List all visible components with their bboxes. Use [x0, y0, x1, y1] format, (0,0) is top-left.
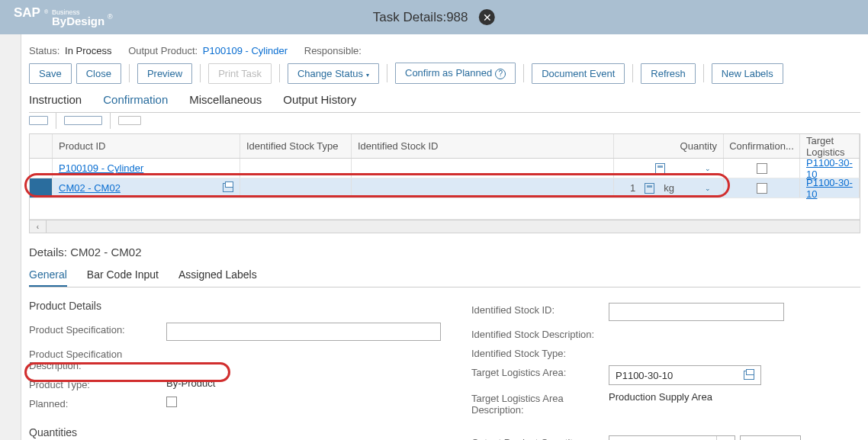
label-product-type: Product Type: [29, 377, 166, 390]
input-stock-id[interactable] [609, 303, 784, 321]
main-tabs: Instruction Confirmation Miscellaneous O… [29, 92, 860, 113]
label-stock-type: Identified Stock Type: [471, 346, 609, 359]
input-target-logistics-area[interactable]: P1100-30-10 [609, 365, 761, 385]
confirm-planned-label: Confirm as Planned [405, 67, 492, 79]
products-table: Product ID Identified Stock Type Identif… [29, 133, 860, 233]
input-product-spec[interactable] [166, 323, 441, 341]
tab-miscellaneous[interactable]: Miscellaneous [189, 92, 262, 108]
col-confirmation[interactable]: Confirmation... [724, 134, 800, 158]
product-link[interactable]: CM02 - CM02 [59, 182, 121, 194]
preview-button[interactable]: Preview [137, 63, 192, 84]
select-unit[interactable]: kg ⌄ [740, 435, 801, 440]
value-tla-desc: Production Supply Area [609, 391, 860, 403]
change-status-label: Change Status [297, 68, 363, 79]
label-stock-desc: Identified Stock Description: [471, 327, 609, 340]
tab-confirmation[interactable]: Confirmation [103, 92, 168, 108]
col-stock-id[interactable]: Identified Stock ID [352, 134, 614, 158]
new-labels-button[interactable]: New Labels [712, 63, 783, 84]
table-row[interactable]: CM02 - CM02 1 kg ⌄ [30, 178, 860, 198]
status-row: Status: In Process Output Product: P1001… [29, 34, 860, 63]
document-event-button[interactable]: Document Event [532, 63, 625, 84]
label-product-spec: Product Specification: [29, 323, 166, 336]
cell-stock-type [240, 159, 352, 178]
row-selector[interactable] [30, 159, 53, 178]
open-icon[interactable] [744, 371, 754, 380]
label-tla: Target Logistics Area: [471, 365, 609, 378]
output-product-label: Output Product: [128, 45, 198, 56]
scroll-left-icon[interactable]: ‹ [30, 220, 47, 233]
table-row[interactable]: P100109 - Cylinder ⌄ P11 [30, 159, 860, 178]
save-button[interactable]: Save [29, 63, 72, 84]
close-icon[interactable]: ✕ [479, 9, 495, 25]
output-product-link[interactable]: P100109 - Cylinder [203, 45, 288, 56]
label-planned: Planned: [29, 397, 166, 409]
row-selector[interactable] [30, 178, 53, 198]
calculator-icon[interactable] [655, 163, 665, 174]
col-product-id[interactable]: Product ID [53, 134, 240, 158]
tab-output-history[interactable]: Output History [283, 92, 356, 108]
label-output-qty: Output Product Quantity: [471, 435, 609, 440]
col-target[interactable]: Target Logistics [800, 134, 860, 158]
svg-text:SAP: SAP [14, 6, 40, 20]
section-quantities: Quantities [29, 426, 441, 438]
toolbar-divider [200, 64, 201, 82]
toolbar-divider [279, 64, 280, 82]
cell-target: P1100-30-10 [800, 159, 860, 178]
status-label: Status: [29, 45, 59, 56]
cell-quantity: ⌄ [614, 159, 724, 178]
help-icon: ? [495, 69, 506, 79]
page-title: Task Details:988 ✕ [373, 9, 495, 25]
tab-instruction[interactable]: Instruction [29, 92, 82, 108]
checkbox[interactable] [757, 183, 767, 194]
print-task-button: Print Task [208, 63, 272, 84]
checkbox[interactable] [757, 163, 767, 174]
toolbar-divider [387, 64, 387, 82]
cell-product-id: P100109 - Cylinder [53, 159, 240, 178]
sub-toolbar [29, 112, 860, 133]
qty-num: 1 [609, 436, 716, 440]
checkbox-planned[interactable] [166, 397, 177, 407]
tla-value: P1100-30-10 [616, 370, 673, 381]
sap-logo: SAP ® Business ByDesign ® [14, 6, 127, 29]
open-icon[interactable] [223, 183, 233, 192]
details-grid: Product Details Product Specification: P… [29, 300, 860, 440]
table-scrollbar[interactable]: ‹ [30, 220, 860, 233]
confirm-planned-button[interactable]: Confirm as Planned? [395, 63, 516, 84]
target-link[interactable]: P1100-30-10 [806, 177, 853, 200]
toolbar-divider [703, 64, 704, 82]
tab-barcode[interactable]: Bar Code Input [87, 266, 159, 287]
chevron-down-icon[interactable]: ⌄ [705, 165, 711, 172]
toolbar-divider [129, 64, 130, 82]
calculator-icon[interactable] [716, 436, 735, 440]
partial-button[interactable] [64, 116, 102, 125]
product-link[interactable]: P100109 - Cylinder [59, 162, 143, 174]
cell-product-id: CM02 - CM02 [53, 178, 240, 198]
chevron-down-icon: ▾ [366, 72, 369, 79]
partial-button[interactable] [29, 116, 48, 125]
value-product-type: By-Product [166, 377, 441, 389]
tab-assigned-labels[interactable]: Assigned Labels [178, 266, 257, 287]
details-tabs: General Bar Code Input Assigned Labels [29, 266, 860, 287]
col-quantity[interactable]: Quantity [614, 134, 724, 158]
chevron-down-icon[interactable]: ⌄ [705, 185, 711, 192]
input-output-qty[interactable]: 1 [609, 435, 735, 440]
partial-button[interactable] [118, 116, 141, 125]
calculator-icon[interactable] [645, 183, 654, 194]
empty-row [30, 198, 860, 220]
col-stock-type[interactable]: Identified Stock Type [240, 134, 352, 158]
cell-confirmation [724, 159, 800, 178]
cell-stock-type [240, 178, 352, 198]
table-header: Product ID Identified Stock Type Identif… [30, 134, 860, 159]
refresh-button[interactable]: Refresh [641, 63, 696, 84]
col-check [30, 134, 53, 158]
label-product-spec-desc: Product Specification Description: [29, 347, 166, 371]
close-button[interactable]: Close [76, 63, 121, 84]
toolbar-divider [632, 64, 633, 82]
tab-general[interactable]: General [29, 266, 67, 287]
svg-text:®: ® [44, 9, 49, 14]
unit-value: kg [664, 182, 674, 194]
change-status-button[interactable]: Change Status▾ [288, 63, 379, 84]
cell-confirmation [724, 178, 800, 198]
left-rail [0, 34, 21, 440]
responsible-label: Responsible: [304, 45, 362, 56]
